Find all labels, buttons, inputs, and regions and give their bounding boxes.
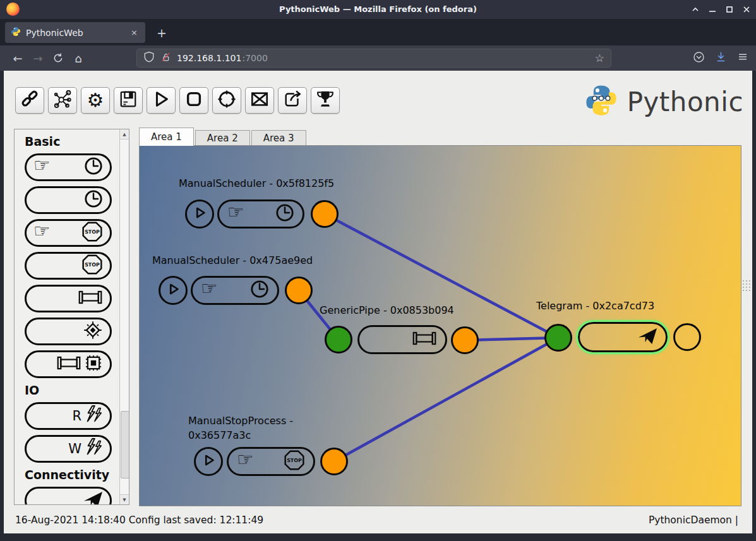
- scheduler-element[interactable]: [25, 186, 112, 214]
- generic-process-element[interactable]: [25, 318, 112, 345]
- play-tri-icon: [199, 451, 218, 472]
- chip-diamond-icon: [83, 320, 103, 343]
- insecure-lock-icon[interactable]: [160, 52, 171, 65]
- node-genericpipe-0853b094[interactable]: [357, 325, 447, 354]
- play-tri-icon: [190, 203, 209, 225]
- node-genericpipe-0853b094-socket[interactable]: [325, 326, 352, 354]
- firefox-window: { "window": { "title": "PythonicWeb — Mo…: [0, 0, 756, 541]
- tab-close-icon[interactable]: ×: [129, 28, 140, 37]
- forward-icon[interactable]: →: [28, 49, 48, 67]
- envelope-button[interactable]: [245, 87, 274, 114]
- pipe-icon: [78, 290, 103, 307]
- node-telegram-2ca7cd73-socket[interactable]: [544, 324, 572, 352]
- node-manualstopprocess-36577a3c[interactable]: ☞STOP: [227, 447, 315, 476]
- node-manualstopprocess-36577a3c-socket[interactable]: [320, 448, 348, 475]
- close-button[interactable]: [742, 5, 751, 14]
- sidebar-scrollbar[interactable]: ▲ ▼: [119, 129, 129, 504]
- play-tri-icon: [164, 280, 183, 301]
- pointing-hand-icon: ☞: [33, 222, 51, 241]
- node-telegram-2ca7cd73[interactable]: [578, 322, 668, 352]
- stop-icon: STOP: [81, 221, 103, 245]
- save-button[interactable]: [114, 87, 143, 114]
- tab-title: PythonicWeb: [26, 28, 124, 38]
- generic-pipe-element[interactable]: [25, 285, 112, 312]
- scroll-up-icon[interactable]: ▲: [120, 129, 129, 140]
- flow-canvas[interactable]: ManualScheduler - 0x5f8125f5☞ManualSched…: [139, 145, 741, 506]
- play-icon: [152, 90, 171, 111]
- trophy-icon: [316, 90, 335, 111]
- sidebar-section-title: IO: [25, 383, 119, 398]
- scrollbar-thumb[interactable]: [121, 411, 129, 479]
- tab-area-2[interactable]: Area 2: [195, 130, 250, 146]
- home-icon[interactable]: ⌂: [68, 49, 88, 67]
- element-letter: R: [72, 410, 81, 423]
- pointing-hand-icon: ☞: [33, 156, 51, 175]
- stop-icon: STOP: [81, 254, 103, 278]
- share-button[interactable]: [278, 87, 307, 114]
- scroll-down-icon[interactable]: ▼: [120, 494, 129, 504]
- node-manualstopprocess-36577a3c-play-button[interactable]: [194, 447, 223, 476]
- pythonic-brand: Pythonic: [582, 83, 743, 120]
- node-telegram-2ca7cd73-socket[interactable]: [673, 323, 701, 351]
- browser-tab-pythonicweb[interactable]: PythonicWeb ×: [5, 22, 145, 43]
- minimize-button[interactable]: [708, 5, 717, 14]
- splitter-handle[interactable]: [743, 280, 749, 291]
- url-bar[interactable]: 192.168.1.101 :7000 ☆: [136, 49, 611, 68]
- node-manualscheduler-475ae9ed-play-button[interactable]: [159, 276, 188, 305]
- node-manualstopprocess-36577a3c-title: ManualStopProcess - 0x36577a3c: [188, 413, 293, 443]
- node-graph-button[interactable]: [48, 87, 77, 114]
- bookmark-star-icon[interactable]: ☆: [595, 52, 604, 64]
- svg-text:STOP: STOP: [85, 262, 100, 268]
- pointing-hand-icon: ☞: [237, 450, 254, 469]
- clock-icon: [275, 203, 294, 225]
- share-icon: [283, 90, 302, 111]
- node-manualscheduler-475ae9ed[interactable]: ☞: [191, 276, 279, 305]
- manual-stop-element[interactable]: ☞STOP: [25, 219, 112, 247]
- new-tab-button[interactable]: +: [153, 25, 170, 41]
- write-element[interactable]: W: [25, 435, 112, 463]
- play-button[interactable]: [147, 87, 176, 114]
- shield-icon[interactable]: [143, 51, 155, 65]
- crosshair-button[interactable]: [212, 87, 241, 114]
- stop-button[interactable]: [179, 87, 208, 114]
- clock-icon: [250, 280, 269, 301]
- node-manualscheduler-5f8125f5[interactable]: ☞: [217, 199, 304, 229]
- plane-icon: [638, 326, 657, 348]
- maximize-button[interactable]: [725, 5, 734, 14]
- gear-button[interactable]: ⚙: [81, 87, 110, 114]
- tab-area-1[interactable]: Area 1: [139, 128, 194, 146]
- bolts-icon: [84, 438, 103, 460]
- stop-element[interactable]: STOP: [25, 252, 112, 280]
- manual-scheduler-element[interactable]: ☞: [25, 153, 112, 181]
- chain-link-button[interactable]: [15, 87, 44, 114]
- pipe-process-element[interactable]: [25, 350, 112, 378]
- download-icon[interactable]: [715, 51, 727, 66]
- url-port: :7000: [242, 53, 267, 63]
- hamburger-menu-icon[interactable]: [737, 51, 748, 65]
- status-datetime: 16-Aug-2021 14:18:40 Config last saved: …: [15, 514, 263, 526]
- tab-area-3[interactable]: Area 3: [251, 130, 306, 146]
- telegram-element[interactable]: [25, 487, 112, 504]
- back-icon[interactable]: ←: [8, 49, 28, 67]
- node-genericpipe-0853b094-socket[interactable]: [451, 326, 479, 354]
- element-letter: W: [68, 443, 81, 456]
- trophy-button[interactable]: [311, 87, 340, 114]
- wire: [334, 338, 558, 461]
- reload-icon[interactable]: [48, 49, 68, 67]
- node-manualscheduler-5f8125f5-play-button[interactable]: [185, 199, 214, 229]
- crosshair-icon: [217, 90, 236, 111]
- python-favicon-icon: [11, 27, 21, 39]
- chevron-up-icon[interactable]: [691, 5, 700, 14]
- window-title: PythonicWeb — Mozilla Firefox (on fedora…: [0, 0, 756, 19]
- node-genericpipe-0853b094-title: GenericPipe - 0x0853b094: [320, 303, 454, 318]
- node-telegram-2ca7cd73-title: Telegram - 0x2ca7cd73: [536, 299, 654, 313]
- pocket-icon[interactable]: [693, 51, 705, 66]
- save-icon: [119, 90, 138, 111]
- node-manualscheduler-475ae9ed-socket[interactable]: [285, 276, 313, 304]
- node-manualscheduler-5f8125f5-socket[interactable]: [311, 200, 339, 228]
- clock-icon: [84, 189, 103, 211]
- navigation-bar: ← → ⌂ 192.168.1.101 :7000 ☆: [0, 45, 756, 71]
- svg-text:STOP: STOP: [287, 458, 302, 463]
- read-element[interactable]: R: [25, 402, 112, 430]
- node-graph-icon: [53, 90, 72, 111]
